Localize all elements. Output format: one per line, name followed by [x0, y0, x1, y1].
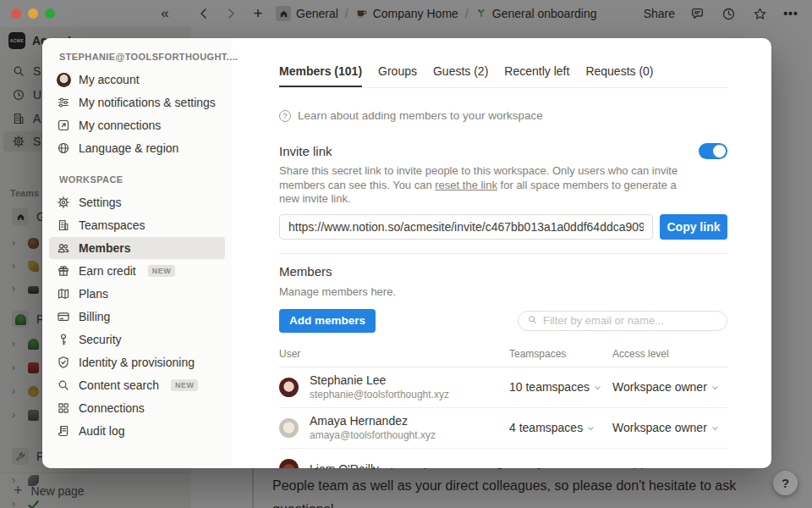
tab-requests[interactable]: Requests (0) [585, 64, 653, 87]
add-members-button[interactable]: Add members [279, 309, 376, 333]
members-table: User Teamspaces Access level Stephanie L… [279, 348, 727, 469]
sidebar-item-members[interactable]: Members [49, 237, 225, 259]
window-controls [11, 8, 55, 19]
column-access-level: Access level [612, 348, 727, 360]
settings-modal: STEPHANIE@TOOLSFORTHOUGHT.... My account… [42, 38, 771, 468]
access-level-dropdown[interactable]: Workspace owner [612, 380, 727, 394]
help-button[interactable]: ? [773, 471, 798, 495]
member-filter[interactable] [518, 311, 727, 331]
column-teamspaces: Teamspaces [509, 348, 612, 360]
member-name: Stephanie Lee [310, 373, 449, 387]
close-window-icon[interactable] [11, 8, 21, 19]
sidebar-item-content-search[interactable]: Content search NEW [49, 374, 225, 396]
access-level-dropdown[interactable]: Workspace owner [612, 421, 727, 434]
table-row: Liam O'Reilly [279, 449, 727, 469]
member-name: Liam O'Reilly [310, 462, 379, 469]
tab-groups[interactable]: Groups [378, 64, 417, 87]
learn-link[interactable]: Learn about adding members to your works… [298, 109, 543, 122]
workspace-section-header: WORKSPACE [59, 174, 232, 185]
toggle-knob [713, 145, 726, 157]
sidebar-item-teamspaces[interactable]: Teamspaces [49, 214, 225, 236]
avatar [279, 378, 299, 397]
people-icon [56, 240, 71, 256]
invite-link-input[interactable] [279, 214, 653, 240]
credit-card-icon [56, 309, 71, 324]
member-filter-input[interactable] [543, 314, 718, 327]
sliders-icon [56, 95, 71, 110]
zoom-window-icon[interactable] [45, 8, 55, 19]
globe-icon [56, 141, 71, 156]
gear-icon [56, 195, 71, 210]
sidebar-item-plans[interactable]: Plans [49, 283, 225, 305]
grid-icon [56, 400, 71, 416]
sidebar-item-earn-credit[interactable]: Earn credit NEW [49, 260, 225, 282]
sidebar-item-connections[interactable]: Connections [49, 397, 225, 419]
scroll-icon [56, 423, 71, 439]
sidebar-item-language-region[interactable]: Language & region [49, 137, 225, 159]
sidebar-item-security[interactable]: Security [49, 329, 225, 351]
teamspaces-dropdown[interactable]: 10 teamspaces [509, 380, 612, 394]
sidebar-item-identity-provisioning[interactable]: Identity & provisioning [49, 351, 225, 373]
invite-link-description: Share this secret link to invite people … [279, 164, 683, 207]
gift-icon [56, 263, 71, 279]
sidebar-item-settings[interactable]: Settings [49, 191, 225, 213]
settings-sidebar: STEPHANIE@TOOLSFORTHOUGHT.... My account… [42, 38, 232, 468]
sidebar-item-my-connections[interactable]: My connections [49, 114, 225, 136]
members-section-subtitle: Manage members here. [279, 285, 727, 298]
table-header: User Teamspaces Access level [279, 348, 727, 367]
tab-guests[interactable]: Guests (2) [433, 64, 488, 87]
sidebar-item-audit-log[interactable]: Audit log [49, 420, 225, 442]
avatar [279, 459, 299, 468]
avatar [279, 418, 299, 438]
user-avatar [57, 73, 71, 87]
minimize-window-icon[interactable] [28, 8, 38, 19]
map-icon [56, 286, 71, 301]
new-badge: NEW [171, 379, 199, 391]
building-icon [56, 218, 71, 233]
table-row: Amaya Hernandez amaya@toolsforthought.xy… [279, 408, 727, 449]
key-icon [56, 332, 71, 347]
sidebar-item-notifications-settings[interactable]: My notifications & settings [49, 91, 225, 113]
learn-link-row: ? Learn about adding members to your wor… [279, 109, 727, 122]
search-icon [56, 378, 71, 393]
members-tabs: Members (101) Groups Guests (2) Recently… [279, 64, 727, 88]
invite-link-toggle[interactable] [699, 143, 727, 159]
members-section-title: Members [279, 264, 727, 279]
notion-app: « + General / Company Home / General onb… [0, 0, 812, 508]
search-icon [527, 313, 538, 329]
sidebar-item-billing[interactable]: Billing [49, 306, 225, 328]
invite-link-title: Invite link [279, 144, 332, 158]
section-divider [279, 253, 727, 254]
member-email: amaya@toolsforthought.xyz [310, 429, 436, 441]
members-settings-panel: Members (101) Groups Guests (2) Recently… [232, 38, 771, 468]
column-user: User [279, 348, 509, 360]
reset-link[interactable]: reset the link [435, 179, 497, 191]
table-row: Stephanie Lee stephanie@toolsforthought.… [279, 367, 727, 408]
arrow-box-icon [56, 118, 71, 133]
sidebar-item-my-account[interactable]: My account [49, 69, 225, 91]
tab-members[interactable]: Members (101) [279, 64, 362, 87]
new-badge: NEW [148, 265, 176, 277]
tab-recently-left[interactable]: Recently left [504, 64, 569, 87]
teamspaces-dropdown[interactable]: 4 teamspaces [509, 421, 612, 434]
shield-check-icon [56, 355, 71, 370]
copy-link-button[interactable]: Copy link [660, 214, 727, 240]
account-email-header: STEPHANIE@TOOLSFORTHOUGHT.... [59, 52, 232, 62]
member-name: Amaya Hernandez [310, 414, 436, 428]
member-email: stephanie@toolsforthought.xyz [310, 389, 449, 400]
question-circle-icon: ? [279, 110, 291, 122]
